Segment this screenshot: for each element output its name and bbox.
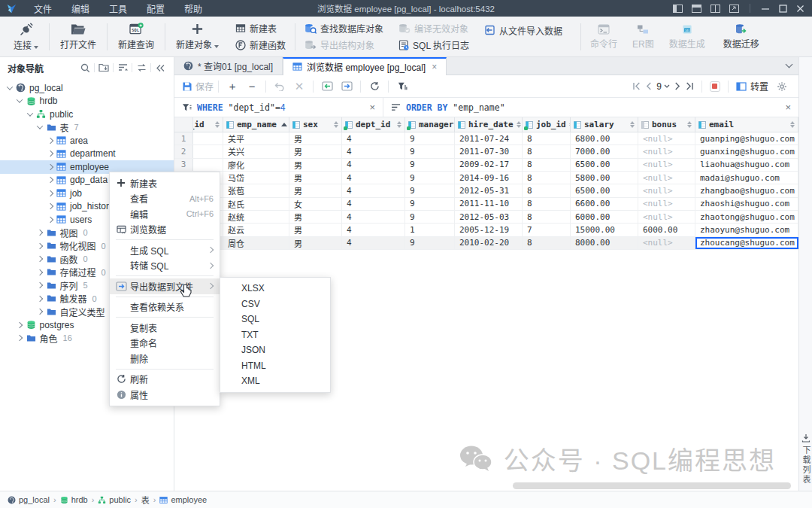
cell-dept_id[interactable]: 4 — [342, 198, 405, 210]
expander-right-icon[interactable] — [45, 162, 55, 172]
new-query-button[interactable]: SQL 新建查询 — [109, 17, 163, 56]
layout-split-icon[interactable] — [710, 5, 720, 13]
cell-hire_date[interactable]: 2014-09-16 — [455, 172, 523, 184]
export-format-sql[interactable]: SQL — [220, 312, 330, 327]
cell-bonus[interactable]: <null> — [638, 172, 695, 184]
cell-sex[interactable]: 女 — [289, 198, 342, 210]
cell-sex[interactable]: 男 — [289, 132, 342, 144]
cell-salary[interactable]: 6500.00 — [571, 184, 638, 196]
grid-row[interactable]: 2关兴男492011-07-3087000.00<null>guanxing@s… — [174, 145, 798, 158]
expander-right-icon[interactable] — [45, 202, 55, 211]
cell-emp_name[interactable]: 赵云 — [223, 224, 289, 236]
tree-item-pg_local[interactable]: pg_local — [0, 81, 174, 95]
cell-manager[interactable]: 9 — [405, 172, 455, 184]
stop-button[interactable] — [710, 81, 720, 92]
column-header-bonus[interactable]: bonus — [638, 117, 695, 132]
expander-right-icon[interactable] — [35, 254, 45, 264]
expander-down-icon[interactable] — [15, 96, 25, 106]
expander-right-icon[interactable] — [45, 188, 55, 198]
export-format-json[interactable]: JSON — [220, 342, 330, 358]
delete-row-button[interactable]: − — [243, 78, 261, 95]
close-button[interactable] — [796, 5, 804, 13]
last-page-icon[interactable] — [686, 82, 694, 90]
context-menu-item-编辑[interactable]: 编辑Ctrl+F6 — [110, 206, 220, 222]
cell-job_id[interactable]: 8 — [523, 145, 571, 157]
cell-sex[interactable]: 男 — [289, 145, 342, 157]
page-number-select[interactable]: 9 — [656, 81, 670, 92]
column-header-dept_id[interactable]: dept_id — [342, 117, 405, 132]
cell-salary[interactable]: 6000.00 — [571, 211, 638, 223]
tree-item-public[interactable]: public — [0, 108, 174, 121]
cell-manager[interactable]: 9 — [405, 198, 455, 210]
grid-row[interactable]: 6赵氏女492011-11-1086600.00<null>zhaoshi@sh… — [174, 198, 798, 211]
cell-salary[interactable]: 5800.00 — [571, 172, 638, 184]
column-header-email[interactable]: email — [695, 117, 798, 132]
new-function-button[interactable]: 新建函数 — [235, 39, 286, 51]
er-diagram-button[interactable]: ER图 — [625, 17, 662, 56]
cell-hire_date[interactable]: 2009-02-17 — [455, 159, 523, 171]
column-header-hire_date[interactable]: hire_date — [455, 117, 523, 132]
data-migrate-button[interactable]: 数据迁移 — [713, 17, 770, 56]
cell-salary[interactable]: 8000.00 — [571, 237, 638, 249]
command-line-button[interactable]: 命令行 — [583, 17, 625, 56]
cell-salary[interactable]: 6800.00 — [571, 132, 638, 144]
sort-toggle-icon[interactable] — [331, 121, 338, 128]
menu-tools[interactable]: 工具 — [109, 2, 127, 15]
maximize-button[interactable] — [779, 5, 787, 13]
tab-close-icon[interactable]: × — [432, 62, 437, 72]
export-format-xlsx[interactable]: XLSX — [220, 281, 330, 297]
context-menu-item-查看[interactable]: 查看Alt+F6 — [110, 191, 220, 207]
cell-emp_id[interactable] — [193, 145, 223, 157]
tab-query01[interactable]: * 查询01 [pg_local] — [174, 56, 283, 75]
cell-bonus[interactable]: <null> — [638, 145, 695, 157]
clear-order-icon[interactable]: × — [785, 102, 791, 113]
import-from-file-button[interactable]: 从文件导入数据 — [484, 24, 562, 36]
row-number[interactable]: 1 — [174, 132, 193, 144]
context-menu-item-删除[interactable]: 删除 — [110, 351, 220, 367]
prev-page-icon[interactable] — [645, 82, 652, 90]
minimize-button[interactable] — [761, 5, 770, 13]
cell-job_id[interactable]: 8 — [523, 198, 571, 210]
cell-emp_name[interactable]: 马岱 — [223, 172, 289, 184]
open-file-button[interactable]: 打开文件 — [51, 17, 105, 56]
breadcrumb-item-表[interactable]: 表 — [141, 494, 150, 506]
add-row-button[interactable]: + — [223, 78, 241, 95]
cell-dept_id[interactable]: 4 — [342, 145, 405, 157]
cell-sex[interactable]: 男 — [289, 237, 342, 249]
cell-emp_name[interactable]: 关平 — [223, 132, 289, 144]
clear-where-icon[interactable]: × — [369, 102, 375, 113]
cancel-edit-button[interactable]: ✕ — [290, 78, 308, 95]
cell-bonus[interactable]: <null> — [638, 159, 695, 171]
cell-email[interactable]: zhangbao@shuguo.com — [695, 184, 798, 196]
context-menu-item-重命名[interactable]: 重命名 — [110, 336, 220, 351]
new-table-button[interactable]: 新建表 — [235, 23, 286, 35]
column-header-job_id[interactable]: job_id — [523, 117, 571, 132]
tree-item-表[interactable]: 表7 — [0, 121, 174, 135]
context-menu-item-转储 SQL[interactable]: 转储 SQL — [110, 258, 220, 274]
row-number[interactable]: 2 — [174, 145, 193, 157]
search-icon[interactable] — [76, 60, 94, 75]
tree-item-hrdb[interactable]: hrdb — [0, 95, 174, 108]
breadcrumb-item-employee[interactable]: employee — [159, 495, 207, 504]
context-menu-item-复制表[interactable]: 复制表 — [110, 320, 220, 336]
cell-sex[interactable]: 男 — [289, 159, 342, 171]
refresh-button[interactable] — [365, 78, 383, 95]
cell-hire_date[interactable]: 2012-05-31 — [455, 184, 523, 196]
cell-bonus[interactable]: <null> — [638, 198, 695, 210]
cell-email[interactable]: guanxing@shuguo.com — [695, 145, 798, 157]
cell-sex[interactable]: 男 — [289, 184, 342, 196]
context-menu-item-浏览数据[interactable]: 浏览数据 — [110, 222, 220, 238]
cell-dept_id[interactable]: 4 — [342, 184, 405, 196]
expander-right-icon[interactable] — [35, 294, 45, 303]
cell-manager[interactable]: 9 — [405, 145, 455, 157]
cell-manager[interactable]: 9 — [405, 132, 455, 144]
column-header-sex[interactable]: sex — [289, 117, 342, 132]
cell-salary[interactable]: 6500.00 — [571, 159, 638, 171]
cell-email[interactable]: madai@shuguo.com — [695, 172, 798, 184]
row-number[interactable]: 3 — [174, 159, 193, 171]
sort-ascending-icon[interactable] — [281, 123, 287, 126]
layout-expand-icon[interactable] — [729, 5, 739, 13]
column-header-emp_id[interactable]: emp_id — [193, 117, 223, 132]
where-clause[interactable]: WHERE "dept_id"=4 × — [174, 98, 383, 117]
cell-bonus[interactable]: <null> — [638, 184, 695, 196]
